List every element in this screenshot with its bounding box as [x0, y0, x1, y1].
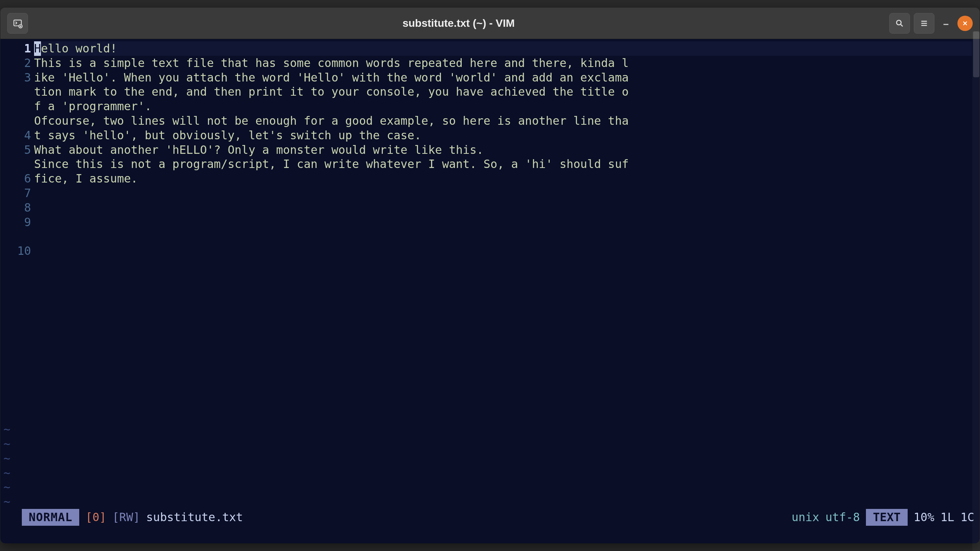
- text-row[interactable]: t says 'hello', but obviously, let's swi…: [34, 128, 972, 143]
- tilde-line: ~: [3, 494, 980, 509]
- line-number: [3, 85, 31, 99]
- status-filetype: TEXT: [866, 509, 907, 526]
- tilde-line: ~: [3, 437, 980, 451]
- status-line: 1L: [941, 510, 954, 525]
- text-row[interactable]: ike 'Hello'. When you attach the word 'H…: [34, 70, 972, 85]
- status-mode: NORMAL: [22, 509, 79, 526]
- line-number: 10: [3, 244, 31, 258]
- tilde-line: ~: [3, 451, 980, 466]
- tilde-line: ~: [3, 422, 980, 437]
- line-number: [3, 229, 31, 244]
- search-button[interactable]: [889, 13, 910, 34]
- vim-window: substitute.txt (~) - VIM 123 45 678: [0, 8, 980, 543]
- cursor: H: [34, 41, 41, 56]
- text-row[interactable]: Since this is not a program/script, I ca…: [34, 157, 972, 171]
- line-number: 6: [3, 171, 31, 186]
- line-number: [3, 99, 31, 114]
- line-number: 4: [3, 128, 31, 143]
- text-row[interactable]: fice, I assume.: [34, 171, 972, 186]
- text-row[interactable]: What about another 'hELLO'? Only a monst…: [34, 143, 972, 157]
- hamburger-icon: [920, 19, 928, 28]
- menu-button[interactable]: [914, 13, 934, 34]
- line-number: [3, 114, 31, 128]
- line-number: 5: [3, 143, 31, 157]
- line-number: 3: [3, 70, 31, 85]
- new-tab-button[interactable]: [7, 13, 28, 34]
- tilde-area: ~~~~~~: [0, 422, 980, 509]
- text-row[interactable]: This is a simple text file that has some…: [34, 56, 972, 70]
- line-number: 2: [3, 56, 31, 70]
- line-number: 7: [3, 186, 31, 201]
- search-icon: [895, 19, 904, 28]
- close-button[interactable]: [957, 16, 973, 31]
- text-row[interactable]: f a 'programmer'.: [34, 99, 972, 114]
- close-icon: [962, 20, 969, 27]
- line-number: [3, 157, 31, 171]
- status-fileformat: unix: [792, 510, 819, 525]
- window-title: substitute.txt (~) - VIM: [402, 17, 514, 29]
- line-number-gutter: 123 45 6789 10: [3, 41, 34, 422]
- line-number: 1: [3, 41, 31, 56]
- terminal-add-icon: [13, 18, 23, 28]
- status-bufnr: [0]: [85, 510, 106, 525]
- titlebar: substitute.txt (~) - VIM: [0, 8, 980, 39]
- scrollbar-thumb[interactable]: [973, 31, 979, 77]
- svg-point-2: [897, 20, 901, 25]
- status-filename: substitute.txt: [146, 510, 243, 525]
- minimize-button[interactable]: [938, 16, 954, 31]
- text-buffer[interactable]: Hello world!This is a simple text file t…: [34, 41, 980, 422]
- text-row[interactable]: tion mark to the end, and then print it …: [34, 85, 972, 99]
- status-encoding: utf-8: [825, 510, 860, 525]
- tilde-line: ~: [3, 466, 980, 480]
- minimize-icon: [942, 19, 950, 28]
- status-percent: 10%: [914, 510, 934, 525]
- text-row[interactable]: Ofcourse, two lines will not be enough f…: [34, 114, 972, 128]
- text-row[interactable]: Hello world!: [34, 41, 972, 56]
- line-number: 8: [3, 201, 31, 215]
- scrollbar[interactable]: [972, 31, 980, 543]
- editor-area[interactable]: 123 45 6789 10 Hello world!This is a sim…: [0, 39, 980, 543]
- tilde-line: ~: [3, 480, 980, 494]
- status-rw: [RW]: [113, 510, 140, 525]
- statusline: NORMAL [0] [RW] substitute.txt unix utf-…: [0, 509, 980, 526]
- line-number: 9: [3, 215, 31, 230]
